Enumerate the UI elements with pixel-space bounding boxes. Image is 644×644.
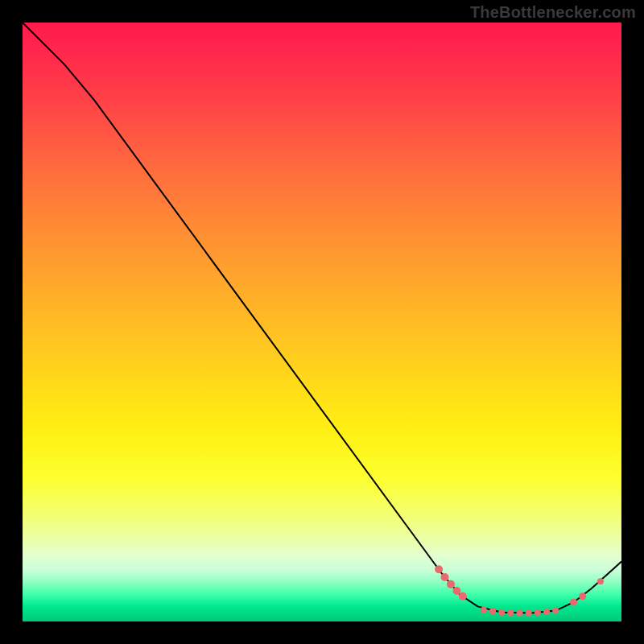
curve-marker bbox=[552, 608, 559, 614]
curve-marker bbox=[535, 609, 541, 616]
plot-area bbox=[23, 23, 621, 621]
curve-marker bbox=[441, 573, 449, 581]
curve-marker bbox=[507, 610, 514, 617]
attribution-text: TheBottlenecker.com bbox=[470, 3, 636, 22]
curve-layer bbox=[23, 23, 621, 621]
curve-marker bbox=[570, 599, 577, 606]
chart-frame: TheBottlenecker.com bbox=[0, 0, 644, 644]
curve-markers bbox=[435, 565, 604, 616]
curve-marker bbox=[498, 609, 505, 616]
curve-marker bbox=[435, 565, 443, 573]
curve-marker bbox=[526, 610, 532, 617]
curve-marker bbox=[452, 587, 460, 595]
curve-marker bbox=[597, 578, 604, 584]
curve-marker bbox=[517, 610, 523, 617]
curve-marker bbox=[481, 607, 487, 613]
curve-marker bbox=[543, 609, 550, 615]
curve-marker bbox=[459, 592, 467, 601]
bottleneck-curve bbox=[23, 23, 621, 613]
bottleneck-curve-path bbox=[23, 23, 621, 613]
curve-marker bbox=[489, 608, 496, 614]
curve-marker bbox=[579, 592, 586, 600]
curve-marker bbox=[447, 580, 455, 588]
